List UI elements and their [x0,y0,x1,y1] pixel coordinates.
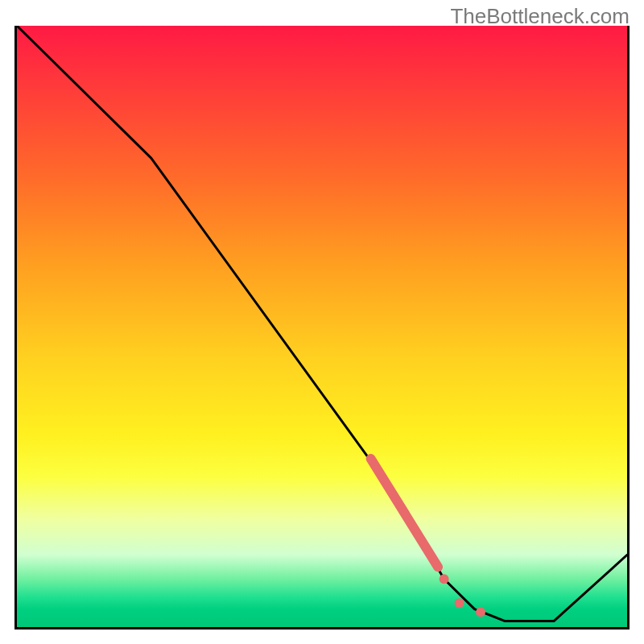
highlight-dot [455,598,464,608]
chart-container: TheBottleneck.com [0,0,644,644]
highlight-dot [440,574,449,584]
highlight-segment-path [371,459,438,567]
curve-group [17,26,627,621]
highlight-dot [476,607,485,617]
plot-area [14,26,630,630]
chart-svg [17,26,627,627]
bottleneck-curve-path [17,26,627,621]
highlight-dots [440,574,485,617]
